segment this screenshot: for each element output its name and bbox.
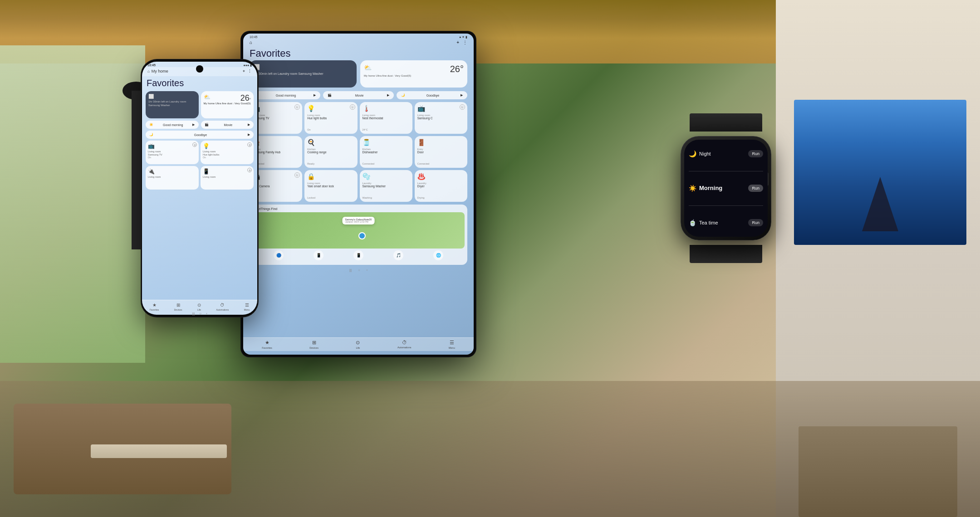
- phone-favorites-title: Favorites: [146, 78, 254, 88]
- tablet-device-samsung-washer[interactable]: 🫧 Laundry Samsung Washer Washing: [360, 170, 412, 202]
- tablet-goodbye-label: Goodbye: [426, 94, 439, 97]
- phone-header-title: My home: [152, 69, 168, 73]
- tablet-nav: ★ Favorites ⊞ Devices ⊙ Life ⏱ Automatio…: [243, 337, 474, 351]
- phone-device-hue-bulbs[interactable]: ⏻ 💡 Living room Hue light bulbs On: [201, 141, 254, 164]
- tablet-movie-play[interactable]: ▶: [387, 93, 389, 97]
- tablet-device-hue-bulbs[interactable]: ⏻ 💡 Living room Hue light bulbs On: [304, 102, 357, 134]
- tablet-map-updated: Updated: 06/04 12:02 PM: [345, 221, 372, 223]
- tablet-time: 10:45: [250, 35, 258, 39]
- ocean-painting: [794, 100, 966, 245]
- phone-device-living-1[interactable]: 🔌 Living room: [146, 166, 199, 190]
- phone-bulb-power[interactable]: ⏻: [247, 142, 252, 147]
- tablet-device-samsung-c[interactable]: ⏻ 📺 Living room Samsung C: [415, 102, 467, 134]
- tablet-find-icon-5[interactable]: 🌐: [433, 250, 443, 260]
- tablet-device-dishwasher[interactable]: 🫙 Kitchen Dishwasher Connected: [360, 136, 412, 168]
- watch-divider-1: [689, 171, 763, 171]
- phone-tv-power[interactable]: ⏻: [192, 142, 197, 147]
- watch-morning-icon: ☀️: [689, 185, 696, 192]
- tablet-nav-favorites[interactable]: ★ Favorites: [262, 340, 272, 349]
- phone-movie-play[interactable]: ▶: [248, 123, 250, 127]
- phone-screen: 10:45 ●●● ▮ ⌂ My home + ⋮ Favorites ⬜ 1h…: [142, 62, 257, 315]
- watch-strap-top: [690, 113, 762, 132]
- coffee-table: [91, 444, 227, 458]
- tablet-sc-power[interactable]: ⏻: [460, 104, 465, 110]
- tablet-nav-menu[interactable]: ☰ Menu: [449, 340, 455, 349]
- watch-teatime-label: Tea time: [696, 220, 748, 225]
- tablet-device: 10:45 ● ✦ ▮ ⌂ + ⋮ Favorites ⬜ 1hr 30min …: [240, 31, 476, 357]
- watch-morning-run-btn[interactable]: Run: [748, 185, 763, 192]
- tablet-bottom-icons: 🔵 📱 📱 🎵 🌐: [252, 249, 465, 262]
- phone-washer-card[interactable]: ⬜ 1hr 30min left on Laundry room Samsung…: [146, 91, 199, 118]
- phone-gesture-bar: ||| ○ ‹: [192, 312, 207, 316]
- tablet-good-morning-play[interactable]: ▶: [314, 93, 316, 97]
- phone-menu-icon[interactable]: ⋮: [248, 69, 252, 73]
- tablet-device-cooking-range[interactable]: 🍳 Kitchen Cooking range Ready: [304, 136, 357, 168]
- tablet-device-grid: ⏻ 📺 Living room Samsung TV On ⏻ 💡 Living…: [243, 102, 474, 202]
- tablet-find-icon-2[interactable]: 📱: [314, 250, 323, 260]
- phone-nav-life[interactable]: ⊙ Life: [197, 302, 201, 311]
- tablet-find-section: SmartThings Find Sammy's GalaxyNote20 Up…: [250, 205, 467, 265]
- phone-bulb-status: On: [203, 156, 251, 159]
- phone-good-morning-play[interactable]: ▶: [192, 123, 195, 127]
- phone-living2-power[interactable]: ⏻: [247, 168, 252, 172]
- watch-teatime-scene: 🍵 Tea time Run: [689, 219, 763, 226]
- tablet-bulb-power[interactable]: ⏻: [350, 104, 355, 110]
- watch-strap-bottom: [690, 245, 762, 263]
- tablet-device-entry-door[interactable]: 🚪 Entry Door Connected: [415, 136, 467, 168]
- phone-nav-menu[interactable]: ☰ Menu: [244, 302, 250, 311]
- tablet-find-icon-3[interactable]: 📱: [353, 250, 363, 260]
- tablet-map: Sammy's GalaxyNote20 Updated: 06/04 12:0…: [252, 212, 465, 249]
- watch-morning-label: Morning: [696, 185, 748, 191]
- tablet-weather-card[interactable]: ⛅ 26° My home Ultra fine dust : Very Goo…: [360, 60, 467, 88]
- phone-living2-room: Living room: [203, 176, 251, 179]
- watch-teatime-run-btn[interactable]: Run: [748, 219, 763, 226]
- tablet-favorites-title: Favorites: [243, 47, 474, 60]
- tablet-icons: ● ✦ ▮: [459, 35, 467, 39]
- tablet-device-door-lock[interactable]: 🔒 Living room Yale smart door lock Locke…: [304, 170, 357, 202]
- phone-signal: ●●● ▮: [243, 63, 252, 67]
- phone-weather-card[interactable]: ⛅ 26° My home Ultra fine dust : Very Goo…: [201, 91, 254, 118]
- watch-body: 🌙 Night Run ☀️ Morning Run 🍵 Tea time Ru…: [681, 136, 771, 240]
- tablet-find-icon-1[interactable]: 🔵: [274, 250, 284, 260]
- phone-goodbye-label: Goodbye: [194, 133, 207, 137]
- tablet-add-icon[interactable]: +: [456, 40, 459, 45]
- watch-teatime-icon: 🍵: [689, 219, 696, 226]
- phone-good-morning-btn[interactable]: ☀️ Good morning ▶: [146, 121, 199, 129]
- tablet-nav-automations[interactable]: ⏱ Automations: [397, 340, 412, 349]
- tablet-scene-strip: ☀️ Good morning ▶ 🎬 Movie ▶ 🌙 Goodbye ▶: [243, 91, 474, 102]
- phone-goodbye-btn[interactable]: 🌙 Goodbye ▶: [146, 131, 254, 139]
- phone-goodbye-play[interactable]: ▶: [248, 133, 250, 137]
- phone-device-samsung-tv[interactable]: ⏻ 📺 Living room Samsung TV On: [146, 141, 199, 164]
- tablet-washer-text: 1hr 30min left on Laundry room Samsung W…: [253, 72, 353, 76]
- tablet-nav-devices[interactable]: ⊞ Devices: [309, 340, 318, 349]
- lamp-pole: [132, 91, 141, 249]
- watch-night-label: Night: [696, 151, 748, 156]
- phone-scene-row: ☀️ Good morning ▶ 🎬 Movie ▶: [146, 121, 254, 129]
- tablet-menu-icon[interactable]: ⋮: [463, 40, 467, 45]
- tablet-map-popup: Sammy's GalaxyNote20 Updated: 06/04 12:0…: [343, 217, 375, 224]
- phone-washer-text: 1hr 30min left on Laundry room Samsung W…: [148, 100, 196, 107]
- watch-night-scene: 🌙 Night Run: [689, 150, 763, 157]
- tablet-washer-card[interactable]: ⬜ 1hr 30min left on Laundry room Samsung…: [250, 60, 357, 88]
- phone-device-living-2[interactable]: ⏻ 📱 Living room: [201, 166, 254, 190]
- right-console: [799, 426, 957, 517]
- tablet-weather-subtext: My home Ultra fine dust : Very Good(5): [364, 74, 464, 77]
- tablet-device-dryer[interactable]: ♨️ Laundry Dryer Drying: [415, 170, 467, 202]
- tablet-movie-scene[interactable]: 🎬 Movie ▶: [323, 91, 394, 99]
- tablet-goodbye-scene[interactable]: 🌙 Goodbye ▶: [397, 91, 467, 99]
- phone-nav-automations[interactable]: ⏱ Automations: [216, 302, 229, 311]
- watch-night-icon: 🌙: [689, 150, 696, 157]
- phone-movie-btn[interactable]: 🎬 Movie ▶: [201, 121, 254, 129]
- phone-nav-devices[interactable]: ⊞ Devices: [174, 302, 182, 311]
- tablet-find-icon-4[interactable]: 🎵: [393, 250, 403, 260]
- tablet-nav-life[interactable]: ⊙ Life: [356, 340, 360, 349]
- phone-tv-status: On: [148, 156, 196, 159]
- tablet-good-morning-scene[interactable]: ☀️ Good morning ▶: [250, 91, 320, 99]
- phone-nav-favorites[interactable]: ★ Favorites: [150, 302, 159, 311]
- phone-add-icon[interactable]: +: [243, 69, 245, 73]
- tablet-goodbye-play[interactable]: ▶: [461, 93, 463, 97]
- tablet-device-nest-thermostat[interactable]: 🌡️ Living room Nest thermostat 24°C: [360, 102, 412, 134]
- tablet-good-morning-label: Good morning: [276, 94, 296, 97]
- watch-night-run-btn[interactable]: Run: [748, 150, 763, 157]
- tablet-screen: 10:45 ● ✦ ▮ ⌂ + ⋮ Favorites ⬜ 1hr 30min …: [243, 34, 474, 355]
